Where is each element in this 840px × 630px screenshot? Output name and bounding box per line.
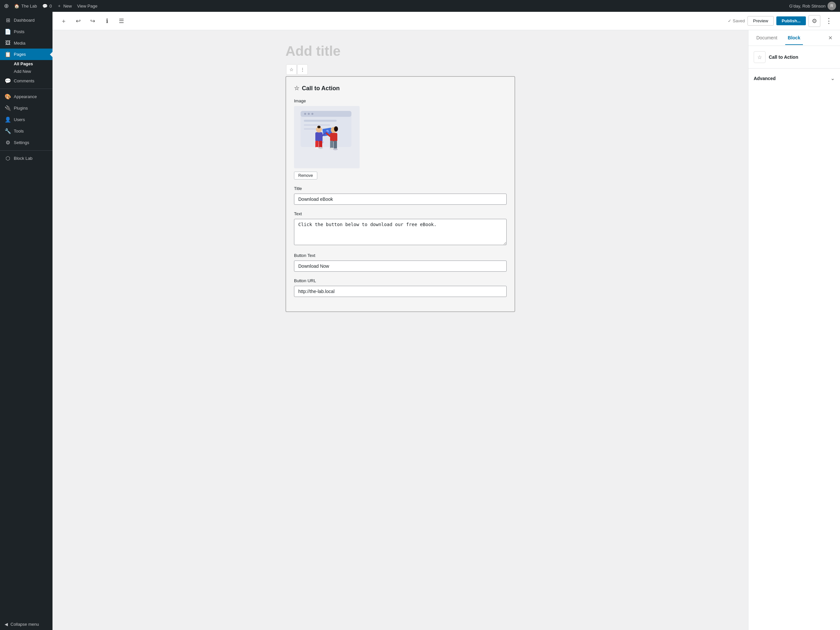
collapse-menu-button[interactable]: ◀ Collapse menu bbox=[0, 619, 52, 630]
block-card: ☆ Call to Action Image bbox=[286, 76, 515, 312]
block-header-label: Call to Action bbox=[302, 85, 339, 92]
svg-point-15 bbox=[318, 147, 323, 149]
plugins-icon: 🔌 bbox=[5, 105, 11, 111]
users-icon: 👤 bbox=[5, 117, 11, 123]
sidebar-divider-2 bbox=[0, 150, 52, 151]
svg-rect-12 bbox=[315, 141, 319, 148]
editor-toolbar: ＋ ↩ ↪ ℹ ☰ ✓ Saved Preview Publish... ⚙ ⋮ bbox=[52, 12, 840, 30]
sidebar-item-pages[interactable]: 📋 Pages bbox=[0, 49, 52, 60]
list-view-button[interactable]: ☰ bbox=[115, 15, 127, 27]
sidebar-item-plugins[interactable]: 🔌 Plugins bbox=[0, 103, 52, 114]
sidebar-sub-all-pages[interactable]: All Pages bbox=[0, 60, 52, 68]
text-field-label: Text bbox=[294, 211, 507, 216]
title-field-group: Title bbox=[294, 186, 507, 205]
button-text-input[interactable] bbox=[294, 261, 507, 272]
wp-icon: ⊕ bbox=[4, 2, 9, 9]
view-page-link[interactable]: View Page bbox=[77, 4, 98, 8]
add-block-button[interactable]: ＋ bbox=[58, 15, 69, 27]
add-new-label: Add New bbox=[14, 69, 31, 74]
sidebar-item-comments[interactable]: 💬 Comments bbox=[0, 75, 52, 87]
redo-button[interactable]: ↪ bbox=[87, 15, 98, 27]
sidebar-sub-add-new[interactable]: Add New bbox=[0, 68, 52, 75]
illustration-svg bbox=[294, 106, 360, 168]
sidebar-item-dashboard[interactable]: ⊞ Dashboard bbox=[0, 14, 52, 26]
block-more-button[interactable]: ⋮ bbox=[297, 64, 308, 75]
document-tab-label: Document bbox=[756, 35, 777, 40]
button-text-label: Button Text bbox=[294, 253, 507, 258]
wp-logo[interactable]: ⊕ bbox=[4, 2, 9, 9]
sidebar-item-media[interactable]: 🖼 Media bbox=[0, 38, 52, 49]
sidebar-item-appearance[interactable]: 🎨 Appearance bbox=[0, 91, 52, 103]
page-title-input[interactable] bbox=[286, 43, 515, 59]
block-lab-label: Block Lab bbox=[14, 156, 33, 161]
svg-rect-13 bbox=[319, 141, 322, 148]
panel-tabs: Document Block ✕ bbox=[748, 30, 840, 46]
image-field-label: Image bbox=[294, 98, 507, 103]
new-link[interactable]: ＋ New bbox=[57, 3, 72, 9]
star-icon: ☆ bbox=[757, 54, 762, 60]
sidebar-item-posts[interactable]: 📄 Posts bbox=[0, 26, 52, 38]
svg-point-24 bbox=[333, 148, 338, 150]
settings-icon: ⚙ bbox=[5, 139, 11, 146]
comments-link[interactable]: 💬 0 bbox=[42, 4, 52, 8]
svg-rect-18 bbox=[330, 133, 337, 141]
block-card-header: ☆ Call to Action bbox=[294, 85, 507, 92]
tab-document[interactable]: Document bbox=[754, 31, 780, 45]
preview-button[interactable]: Preview bbox=[747, 16, 774, 25]
undo-button[interactable]: ↩ bbox=[72, 15, 84, 27]
info-button[interactable]: ℹ bbox=[101, 15, 113, 27]
comments-count: 0 bbox=[49, 4, 52, 8]
media-icon: 🖼 bbox=[5, 40, 11, 46]
panel-close-button[interactable]: ✕ bbox=[826, 33, 835, 43]
sidebar-item-users[interactable]: 👤 Users bbox=[0, 114, 52, 125]
svg-rect-5 bbox=[304, 120, 337, 122]
posts-label: Posts bbox=[14, 29, 25, 34]
saved-label: Saved bbox=[733, 18, 745, 23]
settings-toggle-button[interactable]: ⚙ bbox=[808, 15, 820, 27]
more-options-button[interactable]: ⋮ bbox=[823, 15, 835, 27]
block-star-button[interactable]: ☆ bbox=[286, 64, 297, 75]
admin-bar-right: G'day, Rob Stinson R bbox=[789, 2, 836, 10]
block-container: ☆ ⋮ ☆ Call to Action Image bbox=[286, 64, 515, 312]
greeting-text: G'day, Rob Stinson bbox=[789, 4, 826, 8]
svg-rect-22 bbox=[334, 141, 337, 148]
avatar: R bbox=[827, 2, 836, 10]
button-text-field-group: Button Text bbox=[294, 253, 507, 272]
sidebar-item-settings[interactable]: ⚙ Settings bbox=[0, 137, 52, 148]
site-name-link[interactable]: 🏠 The Lab bbox=[14, 4, 37, 8]
block-info-section: ☆ Call to Action bbox=[748, 46, 840, 69]
svg-point-2 bbox=[304, 113, 306, 115]
view-page-label: View Page bbox=[77, 4, 98, 8]
pages-icon: 📋 bbox=[5, 51, 11, 57]
button-url-label: Button URL bbox=[294, 278, 507, 283]
publish-button[interactable]: Publish... bbox=[776, 16, 806, 25]
advanced-header[interactable]: Advanced ⌄ bbox=[754, 74, 835, 83]
title-input[interactable] bbox=[294, 194, 507, 205]
toolbar-right: ✓ Saved Preview Publish... ⚙ ⋮ bbox=[728, 15, 835, 27]
sidebar-item-tools[interactable]: 🔧 Tools bbox=[0, 125, 52, 137]
tab-block[interactable]: Block bbox=[785, 31, 803, 45]
user-greeting[interactable]: G'day, Rob Stinson R bbox=[789, 2, 836, 10]
button-url-input[interactable] bbox=[294, 286, 507, 297]
remove-image-button[interactable]: Remove bbox=[294, 172, 317, 180]
comments-label: Comments bbox=[14, 79, 35, 83]
svg-rect-9 bbox=[315, 132, 322, 141]
site-name: The Lab bbox=[21, 4, 37, 8]
advanced-section: Advanced ⌄ bbox=[748, 69, 840, 88]
sidebar: ⊞ Dashboard 📄 Posts 🖼 Media 📋 Pages All … bbox=[0, 12, 52, 630]
button-url-field-group: Button URL bbox=[294, 278, 507, 297]
svg-rect-21 bbox=[330, 141, 333, 148]
users-label: Users bbox=[14, 117, 25, 122]
publish-label: Publish... bbox=[782, 18, 801, 23]
sidebar-item-block-lab[interactable]: ⬡ Block Lab bbox=[0, 153, 52, 164]
appearance-label: Appearance bbox=[14, 94, 37, 99]
media-label: Media bbox=[14, 41, 25, 46]
admin-bar: ⊕ 🏠 The Lab 💬 0 ＋ New View Page G'day, R… bbox=[0, 0, 840, 12]
chevron-down-icon: ⌄ bbox=[831, 75, 835, 81]
text-textarea[interactable]: Click the button below to download our f… bbox=[294, 219, 507, 245]
svg-point-20 bbox=[334, 126, 338, 131]
plugins-label: Plugins bbox=[14, 106, 28, 111]
block-lab-icon: ⬡ bbox=[5, 155, 11, 161]
collapse-icon: ◀ bbox=[5, 622, 8, 627]
svg-point-4 bbox=[311, 113, 313, 115]
